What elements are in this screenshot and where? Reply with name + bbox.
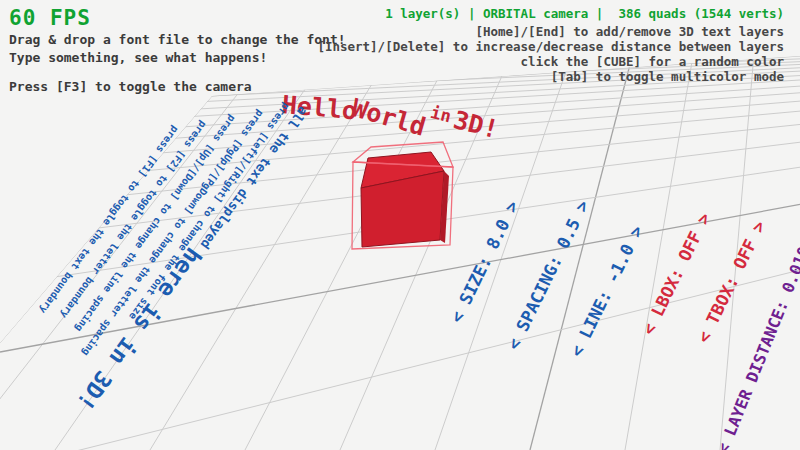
status-bar: 1 layer(s) | ORBITAL camera | 386 quads … [385, 8, 784, 21]
hint-type: Type something, see what happens! [9, 51, 267, 64]
app-window: 60 FPS Drag & drop a font file to change… [0, 0, 800, 450]
hint-cube-color: click the [CUBE] for a random color [521, 56, 784, 69]
grid-line [0, 58, 144, 450]
hint-layer-distance: [Insert]/[Delete] to increase/decrease d… [317, 41, 784, 54]
hint-drag-drop: Drag & drop a font file to change the fo… [9, 33, 346, 46]
headline-word-in: in [429, 104, 453, 125]
cube[interactable] [352, 142, 453, 249]
fps-counter: 60 FPS [9, 8, 91, 29]
hint-multicolor: [Tab] to toggle multicolor mode [551, 71, 784, 84]
hint-camera-toggle: Press [F3] to toggle the camera [9, 80, 252, 93]
hint-layers: [Home]/[End] to add/remove 3D text layer… [475, 26, 784, 39]
